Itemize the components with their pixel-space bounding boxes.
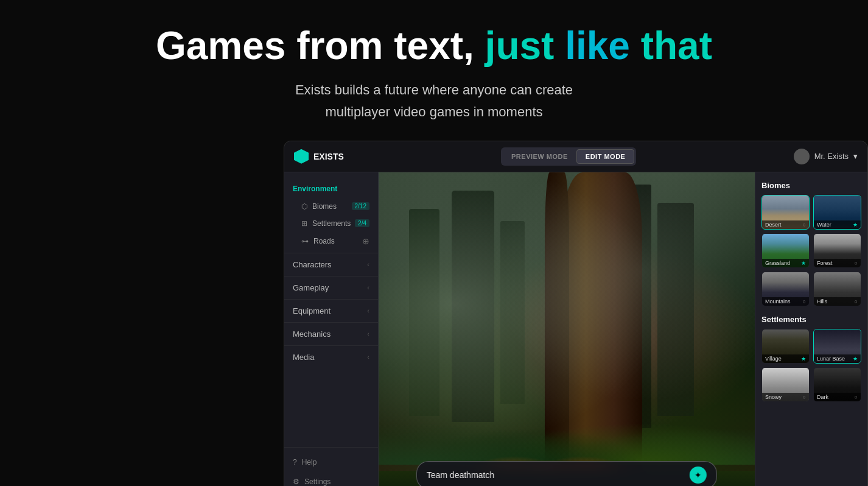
prompt-chip: Team deathmatch ✦	[416, 461, 717, 486]
user-name: Mr. Exists	[814, 152, 849, 161]
biomes-icon: ⬡	[301, 202, 307, 211]
media-chevron-icon: ‹	[367, 353, 369, 361]
hero-title-accent1: just	[485, 24, 555, 68]
sidebar-item-settlements[interactable]: ⊞ Settlements 2/4	[284, 215, 378, 232]
hero-subtitle: Exists builds a future where anyone can …	[12, 79, 856, 122]
settlement-card-dark[interactable]: Dark ○	[813, 367, 861, 402]
sidebar-item-media[interactable]: Media ‹	[284, 345, 378, 368]
lunar-badge: ★	[853, 356, 858, 362]
logo-text: EXISTS	[313, 152, 344, 161]
hills-label: Hills ○	[814, 297, 861, 306]
bg-tree-3	[500, 221, 525, 404]
settlement-card-village[interactable]: Village ★	[761, 329, 810, 364]
media-label: Media	[293, 353, 314, 362]
hero-section: Games from text, just like that Exists b…	[0, 0, 868, 141]
hero-title-accent2: like	[565, 24, 630, 68]
equipment-chevron-icon: ‹	[367, 307, 369, 314]
mode-switcher: PREVIEW MODE EDIT MODE	[501, 147, 636, 166]
sidebar-item-characters[interactable]: Characters ‹	[284, 253, 378, 276]
prompt-chip-text: Team deathmatch	[427, 470, 690, 480]
grassland-badge: ★	[801, 260, 806, 266]
sidebar-item-mechanics[interactable]: Mechanics ‹	[284, 322, 378, 345]
main-layout: Environment ⬡ Biomes 2/12 ⊞ Settlements …	[284, 172, 867, 486]
biome-card-water[interactable]: Water ★	[813, 195, 861, 230]
app-window: EXISTS PREVIEW MODE EDIT MODE Mr. Exists…	[284, 141, 868, 486]
settlement-card-lunar[interactable]: Lunar Base ★	[813, 329, 861, 364]
environment-header: Environment	[284, 180, 378, 198]
help-item[interactable]: ? Help	[284, 453, 378, 472]
sidebar: Environment ⬡ Biomes 2/12 ⊞ Settlements …	[284, 172, 379, 486]
game-canvas: Team deathmatch ✦	[379, 172, 755, 486]
dark-label: Dark ○	[814, 393, 861, 401]
settings-label: Settings	[304, 477, 331, 486]
settlements-label: Settlements	[312, 219, 351, 228]
hero-title-accent3: that	[641, 24, 712, 68]
mountains-label: Mountains ○	[762, 297, 809, 306]
sidebar-item-biomes[interactable]: ⬡ Biomes 2/12	[284, 198, 378, 215]
app-logo: EXISTS	[294, 149, 344, 164]
desert-badge: ○	[803, 222, 806, 228]
settlement-card-snowy[interactable]: Snowy ○	[761, 367, 810, 402]
characters-label: Characters	[293, 260, 332, 269]
biome-card-desert[interactable]: Desert ○	[761, 195, 810, 230]
characters-chevron-icon: ‹	[367, 261, 369, 268]
hero-subtitle-line1: Exists builds a future where anyone can …	[295, 82, 573, 97]
village-label: Village ★	[762, 354, 809, 363]
biome-card-hills[interactable]: Hills ○	[813, 272, 861, 306]
bg-tree-2	[452, 191, 494, 422]
hills-badge: ○	[855, 298, 858, 305]
biomes-label: Biomes	[312, 202, 337, 211]
grassland-label: Grassland ★	[762, 259, 809, 267]
settlements-icon: ⊞	[301, 219, 307, 228]
environment-section: Environment ⬡ Biomes 2/12 ⊞ Settlements …	[284, 177, 378, 253]
avatar	[794, 149, 810, 164]
sidebar-item-gameplay[interactable]: Gameplay ‹	[284, 276, 378, 299]
biomes-panel-title: Biomes	[761, 181, 861, 190]
biomes-grid: Desert ○ Water ★ Grassland ★	[761, 195, 861, 306]
desert-label: Desert ○	[762, 220, 809, 229]
help-icon: ?	[293, 458, 297, 467]
forest-label: Forest ○	[814, 259, 861, 267]
biome-card-mountains[interactable]: Mountains ○	[761, 272, 810, 306]
mountains-badge: ○	[803, 298, 806, 305]
settlements-panel-title: Settlements	[761, 315, 861, 324]
user-menu[interactable]: Mr. Exists ▾	[794, 149, 858, 164]
prompt-generate-button[interactable]: ✦	[690, 467, 707, 484]
settings-icon: ⚙	[293, 477, 299, 486]
water-badge: ★	[853, 222, 858, 228]
canvas-prompt-bar: Team deathmatch ✦	[416, 461, 717, 486]
add-roads-icon[interactable]: ⊕	[362, 236, 369, 246]
edit-mode-button[interactable]: EDIT MODE	[576, 149, 635, 164]
hero-title-part1: Games from text,	[156, 24, 474, 68]
village-badge: ★	[801, 356, 806, 362]
gameplay-label: Gameplay	[293, 283, 329, 292]
chevron-down-icon: ▾	[853, 152, 858, 161]
roads-icon: ⊶	[301, 237, 309, 245]
sidebar-item-roads[interactable]: ⊶ Roads ⊕	[284, 232, 378, 250]
water-label: Water ★	[814, 220, 861, 229]
snowy-label: Snowy ○	[762, 393, 809, 401]
forest-badge: ○	[855, 260, 858, 266]
sidebar-bottom: ? Help ⚙ Settings	[284, 447, 378, 486]
mechanics-label: Mechanics	[293, 329, 331, 339]
hero-title: Games from text, just like that	[12, 24, 856, 67]
logo-icon	[294, 149, 309, 164]
lunar-label: Lunar Base ★	[814, 354, 861, 363]
bg-tree-1	[409, 209, 439, 416]
sparkle-icon: ✦	[695, 470, 702, 480]
settings-item[interactable]: ⚙ Settings	[284, 472, 378, 486]
mechanics-chevron-icon: ‹	[367, 330, 369, 337]
help-label: Help	[302, 458, 317, 467]
right-panel: Biomes Desert ○ Water ★	[755, 172, 867, 486]
roads-label: Roads	[313, 237, 335, 245]
sidebar-item-equipment[interactable]: Equipment ‹	[284, 299, 378, 322]
snowy-badge: ○	[803, 394, 806, 400]
biome-card-grassland[interactable]: Grassland ★	[761, 233, 810, 268]
bg-tree-4	[657, 203, 694, 416]
biome-card-forest[interactable]: Forest ○	[813, 233, 861, 268]
hero-subtitle-line2: multiplayer video games in moments	[325, 104, 542, 119]
biomes-count: 2/12	[352, 202, 369, 210]
settlements-count: 2/4	[355, 219, 369, 227]
preview-mode-button[interactable]: PREVIEW MODE	[503, 149, 576, 164]
equipment-label: Equipment	[293, 306, 331, 315]
